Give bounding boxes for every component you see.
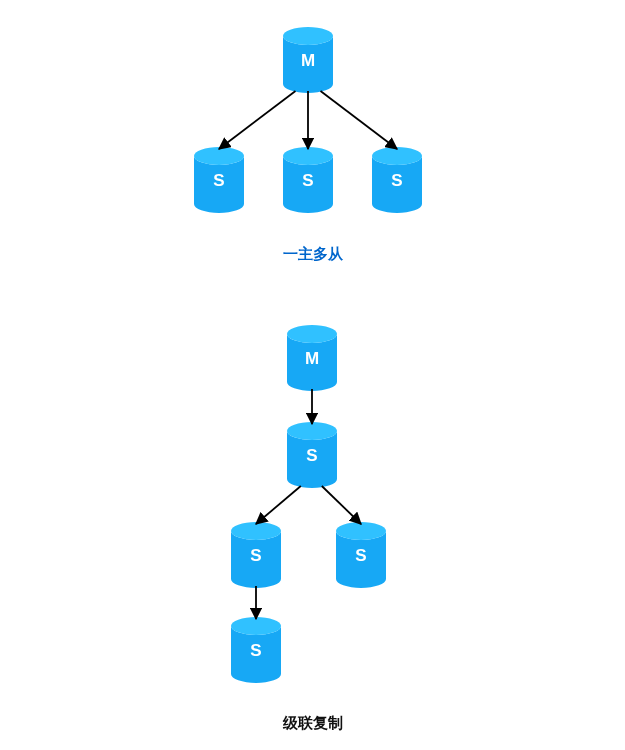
replication-arrow-icon bbox=[256, 486, 301, 524]
node-label: S bbox=[213, 171, 224, 190]
svg-point-1 bbox=[194, 147, 244, 165]
node-label: S bbox=[355, 546, 366, 565]
slave-node-icon: S bbox=[194, 147, 244, 213]
master-node-icon: M bbox=[287, 325, 337, 391]
slave-node-icon: S bbox=[287, 422, 337, 488]
svg-point-4 bbox=[287, 325, 337, 343]
slave-node-icon: S bbox=[372, 147, 422, 213]
replication-arrow-icon bbox=[321, 91, 398, 149]
node-label: M bbox=[301, 51, 315, 70]
node-label: M bbox=[305, 349, 319, 368]
master-node-icon: M bbox=[283, 27, 333, 93]
svg-point-8 bbox=[231, 617, 281, 635]
node-label: S bbox=[391, 171, 402, 190]
node-label: S bbox=[302, 171, 313, 190]
svg-point-2 bbox=[283, 147, 333, 165]
slave-node-icon: S bbox=[231, 617, 281, 683]
slave-node-icon: S bbox=[283, 147, 333, 213]
replication-arrow-icon bbox=[322, 486, 361, 524]
slave-node-icon: S bbox=[231, 522, 281, 588]
replication-arrow-icon bbox=[219, 91, 296, 149]
svg-point-3 bbox=[372, 147, 422, 165]
node-label: S bbox=[250, 546, 261, 565]
svg-point-5 bbox=[287, 422, 337, 440]
svg-point-6 bbox=[231, 522, 281, 540]
diagram1-caption: 一主多从 bbox=[0, 245, 625, 264]
slave-node-icon: S bbox=[336, 522, 386, 588]
svg-point-0 bbox=[283, 27, 333, 45]
svg-point-7 bbox=[336, 522, 386, 540]
node-label: S bbox=[250, 641, 261, 660]
node-label: S bbox=[306, 446, 317, 465]
diagram2-caption: 级联复制 bbox=[0, 714, 625, 733]
diagram-canvas: MSSSMSSSS bbox=[0, 0, 625, 750]
